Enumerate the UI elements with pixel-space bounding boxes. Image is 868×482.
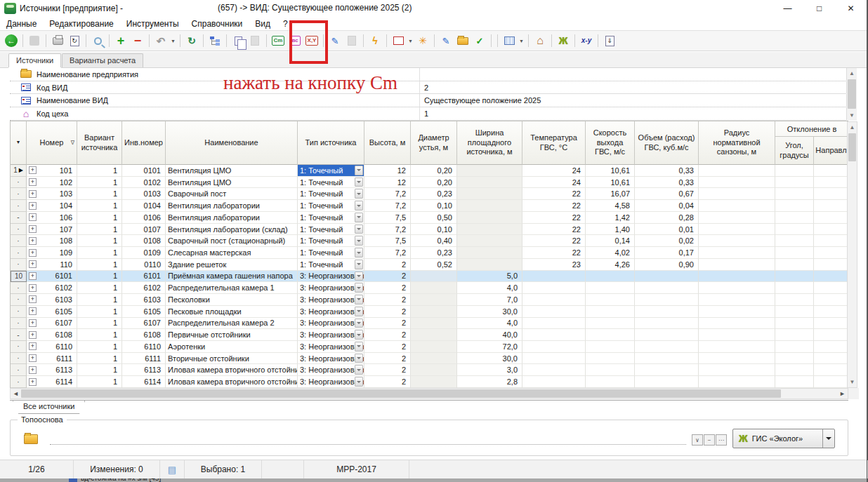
cell-r[interactable] [699, 177, 775, 189]
cell-d[interactable] [411, 318, 457, 330]
cell-h[interactable]: 2 [364, 376, 411, 388]
combo-dropdown-icon[interactable] [355, 272, 363, 281]
cm-button[interactable]: Cm [270, 32, 287, 49]
cell-r[interactable] [699, 376, 775, 388]
cell-h[interactable]: 2 [364, 364, 411, 376]
expand-icon[interactable]: + [29, 213, 37, 221]
cell-rowhdr[interactable]: · [11, 341, 27, 353]
cell-h[interactable]: 7,5 [364, 235, 411, 247]
cell-inv[interactable]: 6114 [122, 376, 166, 388]
cell-q[interactable]: 0,17 [635, 247, 699, 259]
cell-num[interactable]: +6113 [27, 364, 77, 376]
close-button[interactable]: ✕ [835, 0, 867, 17]
expand-icon[interactable]: + [29, 342, 37, 350]
cell-w[interactable]: 72,0 [457, 341, 522, 353]
cell-d[interactable] [411, 364, 457, 376]
add-record-button[interactable]: + [112, 32, 129, 49]
cell-variant[interactable]: 1 [77, 247, 122, 259]
cell-num[interactable]: +6101 [27, 271, 77, 283]
paste-button[interactable] [246, 32, 263, 49]
cell-num[interactable]: +107 [27, 224, 77, 236]
cell-type[interactable]: 3: Неорганизованный [298, 353, 364, 365]
form-value-field[interactable]: 1 [424, 109, 428, 118]
cell-name[interactable]: Приёмная камера гашения напора [166, 271, 298, 283]
expand-icon[interactable]: + [29, 237, 37, 245]
cell-q[interactable] [635, 353, 699, 365]
maximize-button[interactable]: □ [803, 0, 835, 17]
expand-icon[interactable]: + [29, 284, 37, 292]
open-topo-button[interactable] [22, 431, 40, 447]
cell-type[interactable]: 1: Точечный [298, 247, 364, 259]
cell-t[interactable]: 22 [522, 224, 586, 236]
cell-inv[interactable]: 6113 [122, 364, 166, 376]
cell-rowhdr[interactable]: · [11, 318, 27, 330]
tab-Варианты расчета[interactable]: Варианты расчета [62, 53, 143, 67]
tree-view-button[interactable] [206, 32, 223, 49]
cell-s[interactable]: 1,42 [586, 212, 635, 224]
cell-d[interactable] [411, 341, 457, 353]
cell-s[interactable]: 10,61 [586, 165, 635, 177]
form-value-field[interactable]: 2 [424, 83, 428, 92]
cell-rowhdr[interactable]: 10 [11, 271, 27, 283]
cell-ugol[interactable] [775, 235, 814, 247]
cell-t[interactable] [522, 376, 586, 388]
cell-w[interactable] [457, 224, 522, 236]
cell-ugol[interactable] [775, 282, 814, 294]
cell-inv[interactable]: 6102 [122, 282, 166, 294]
cell-r[interactable] [699, 306, 775, 318]
cell-inv[interactable]: 6101 [122, 271, 166, 283]
topo-dropdown-button[interactable]: ∨ [692, 434, 703, 446]
menu-Вид[interactable]: Вид [249, 17, 277, 30]
scroll-thumb[interactable] [21, 389, 781, 398]
cell-s[interactable]: 16,07 [586, 188, 635, 200]
cell-variant[interactable]: 1 [77, 224, 122, 236]
menu-Данные[interactable]: Данные [0, 17, 43, 30]
expand-icon[interactable]: + [29, 366, 37, 374]
cell-name[interactable]: Вентиляция лаборатории (склад) [166, 224, 298, 236]
cell-h[interactable]: 7,5 [364, 212, 411, 224]
combo-dropdown-icon[interactable] [355, 213, 363, 222]
cell-rowhdr[interactable]: · [11, 376, 27, 388]
form-scrollbar[interactable]: ▲ ▼ [846, 68, 857, 121]
cell-ugol[interactable] [775, 364, 814, 376]
table-row[interactable]: ·+610516105Песковые площадки3: Неорганиз… [11, 306, 848, 318]
cell-name[interactable]: Вентиляция лаборатории [166, 200, 298, 212]
cell-inv[interactable]: 0109 [122, 247, 166, 259]
folder-open-button[interactable] [454, 32, 471, 49]
cell-w[interactable]: 40,0 [457, 329, 522, 341]
cell-type[interactable]: 3: Неорганизованный [298, 271, 364, 283]
cell-r[interactable] [699, 165, 775, 177]
cell-q[interactable] [635, 341, 699, 353]
cell-inv[interactable]: 6107 [122, 318, 166, 330]
cell-type[interactable]: 3: Неорганизованный [298, 329, 364, 341]
gis-ecolog-button[interactable]: Ж ГИС «Эколог» [732, 429, 835, 448]
cell-type[interactable]: 3: Неорганизованный [298, 282, 364, 294]
print-button[interactable] [49, 32, 66, 49]
cell-d[interactable] [411, 294, 457, 306]
cell-num[interactable]: +6110 [27, 341, 77, 353]
form-check-button[interactable]: ✓ [471, 32, 488, 49]
cell-type[interactable]: 3: Неорганизованный [298, 376, 364, 388]
table-row[interactable]: ·+10910109Слесарная мастерская1: Точечны… [11, 247, 848, 259]
column-header-num[interactable]: Номер∇ [27, 121, 77, 165]
table-row[interactable]: ·+11010110Здание решеток1: Точечный20,52… [11, 259, 848, 271]
cell-d[interactable] [411, 353, 457, 365]
cell-type[interactable]: 1: Точечный [298, 224, 364, 236]
cell-num[interactable]: +6107 [27, 318, 77, 330]
cell-inv[interactable]: 6103 [122, 294, 166, 306]
cell-q[interactable] [635, 329, 699, 341]
cell-type[interactable]: 3: Неорганизованный [298, 341, 364, 353]
cell-t[interactable] [522, 282, 586, 294]
cell-q[interactable]: 0,90 [635, 259, 699, 271]
cell-h[interactable]: 2 [364, 306, 411, 318]
cell-t[interactable] [522, 306, 586, 318]
export-doc-button[interactable]: ⇓ [601, 32, 618, 49]
cell-ugol[interactable] [775, 271, 814, 283]
table-row[interactable]: ·+610716107Распределительная камера 23: … [11, 318, 848, 330]
cell-name[interactable]: Вентиляция ЦМО [166, 177, 298, 189]
cell-variant[interactable]: 1 [77, 376, 122, 388]
cell-variant[interactable]: 1 [77, 318, 122, 330]
expand-icon[interactable]: + [29, 190, 37, 198]
column-header-h[interactable]: Высота, м [364, 121, 411, 165]
cell-inv[interactable]: 0102 [122, 177, 166, 189]
